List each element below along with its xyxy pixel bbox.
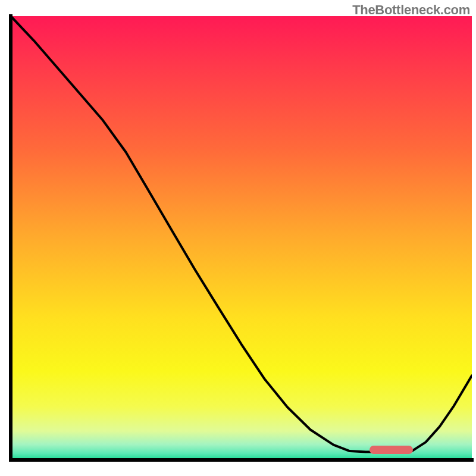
axes-frame xyxy=(0,0,476,476)
chart-container: TheBottleneck.com xyxy=(0,0,476,476)
watermark-text: TheBottleneck.com xyxy=(352,2,470,18)
